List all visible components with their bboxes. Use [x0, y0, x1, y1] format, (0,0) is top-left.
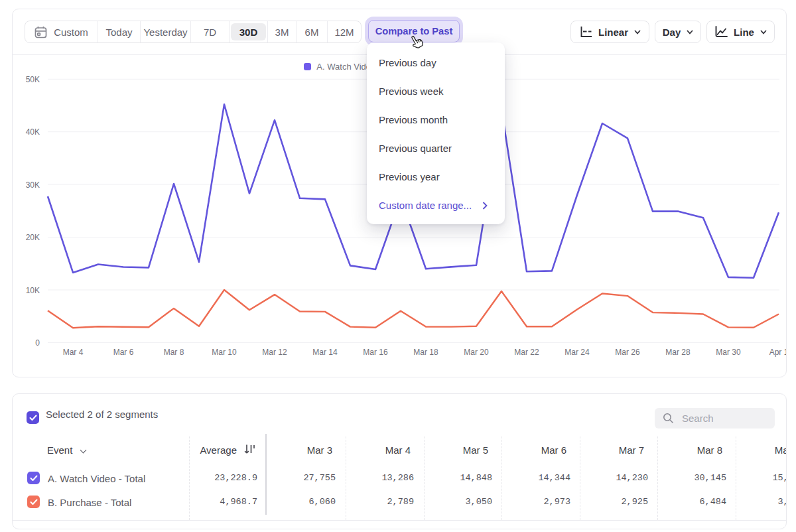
svg-text:Mar 28: Mar 28: [665, 348, 691, 357]
svg-text:Mar 12: Mar 12: [262, 348, 287, 357]
svg-text:Mar 4: Mar 4: [63, 348, 84, 357]
svg-text:Mar 22: Mar 22: [514, 348, 539, 357]
svg-text:Mar 16: Mar 16: [363, 348, 388, 357]
svg-text:Mar 20: Mar 20: [464, 348, 489, 357]
svg-text:Apr 1: Apr 1: [769, 348, 787, 357]
svg-text:0: 0: [35, 338, 40, 348]
svg-text:20K: 20K: [26, 233, 40, 242]
svg-text:40K: 40K: [26, 127, 40, 137]
svg-text:10K: 10K: [26, 286, 40, 295]
svg-text:Mar 14: Mar 14: [312, 348, 338, 357]
svg-text:Mar 10: Mar 10: [212, 348, 237, 357]
svg-text:Mar 18: Mar 18: [413, 348, 438, 357]
svg-text:Mar 24: Mar 24: [564, 348, 590, 357]
svg-text:Mar 8: Mar 8: [164, 348, 184, 357]
svg-text:30K: 30K: [26, 180, 40, 190]
svg-text:50K: 50K: [26, 75, 40, 84]
svg-text:Mar 30: Mar 30: [716, 348, 741, 357]
svg-text:Mar 6: Mar 6: [113, 348, 134, 357]
svg-text:Mar 26: Mar 26: [615, 348, 640, 357]
